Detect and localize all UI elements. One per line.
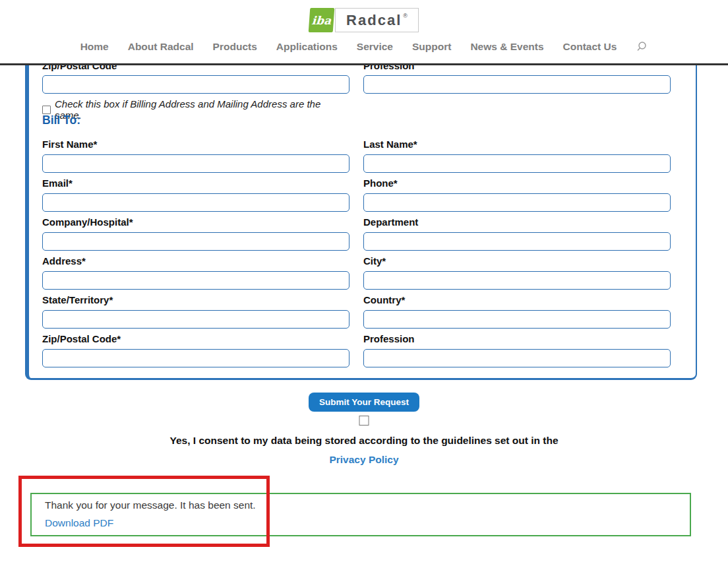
city-input[interactable] <box>363 271 671 290</box>
city-label: City* <box>363 255 671 267</box>
last-name-label: Last Name* <box>363 139 671 150</box>
logo-name: Radcal <box>346 12 402 29</box>
logo-name-box: Radcal ® <box>335 8 419 32</box>
profession-input-top[interactable] <box>363 75 671 94</box>
profession-label: Profession <box>363 333 671 344</box>
privacy-policy-link-row: Privacy Policy <box>0 454 728 466</box>
first-name-label: First Name* <box>42 139 349 150</box>
first-name-input[interactable] <box>42 154 349 173</box>
company-hospital-input[interactable] <box>42 232 349 251</box>
state-territory-label: State/Territory* <box>42 294 349 305</box>
search-icon[interactable] <box>636 41 648 53</box>
phone-input[interactable] <box>363 193 671 212</box>
department-input[interactable] <box>363 232 671 251</box>
company-hospital-label: Company/Hospital* <box>42 216 349 228</box>
nav-item-support[interactable]: Support <box>412 41 451 53</box>
submit-request-button[interactable]: Submit Your Request <box>309 393 419 412</box>
nav-item-service[interactable]: Service <box>357 41 393 53</box>
contact-form: Zip/Postal Code Check this box if Billin… <box>25 65 697 380</box>
same-address-checkbox[interactable] <box>42 106 51 114</box>
nav-item-about-radcal[interactable]: About Radcal <box>128 41 194 53</box>
zip-postal-code-label-clipped: Zip/Postal Code <box>42 65 349 72</box>
iba-logo-icon: iba <box>309 8 335 32</box>
consent-checkbox[interactable] <box>359 416 369 426</box>
phone-label: Phone* <box>363 177 671 189</box>
privacy-policy-link[interactable]: Privacy Policy <box>329 454 398 465</box>
profession-input[interactable] <box>363 349 671 367</box>
zip-postal-code-label: Zip/Postal Code* <box>42 333 349 344</box>
department-label: Department <box>363 216 671 228</box>
nav-item-news-events[interactable]: News & Events <box>470 41 543 53</box>
state-territory-input[interactable] <box>42 310 349 329</box>
bill-to-heading: Bill To: <box>42 113 349 127</box>
consent-text: Yes, I consent to my data being stored a… <box>0 435 728 447</box>
country-input[interactable] <box>363 310 671 329</box>
profession-label-clipped: Profession <box>363 65 671 72</box>
header-logo: iba Radcal ® <box>0 8 728 32</box>
download-pdf-link[interactable]: Download PDF <box>45 517 113 529</box>
zip-postal-code-input-top[interactable] <box>42 75 349 94</box>
nav-item-applications[interactable]: Applications <box>276 41 338 53</box>
radcal-logo[interactable]: iba Radcal ® <box>309 8 419 32</box>
registered-mark: ® <box>403 13 408 19</box>
last-name-input[interactable] <box>363 154 671 173</box>
main-nav: Home About Radcal Products Applications … <box>0 41 728 53</box>
success-message-text: Thank you for your message. It has been … <box>45 499 690 511</box>
email-label: Email* <box>42 177 349 189</box>
address-input[interactable] <box>42 271 349 290</box>
success-message-box: Thank you for your message. It has been … <box>30 493 691 536</box>
zip-postal-code-input[interactable] <box>42 349 349 367</box>
email-input[interactable] <box>42 193 349 212</box>
address-label: Address* <box>42 255 349 267</box>
country-label: Country* <box>363 294 671 305</box>
page: iba Radcal ® Home About Radcal Products … <box>0 0 728 570</box>
nav-item-home[interactable]: Home <box>80 41 109 53</box>
nav-item-contact-us[interactable]: Contact Us <box>563 41 617 53</box>
nav-item-products[interactable]: Products <box>213 41 257 53</box>
